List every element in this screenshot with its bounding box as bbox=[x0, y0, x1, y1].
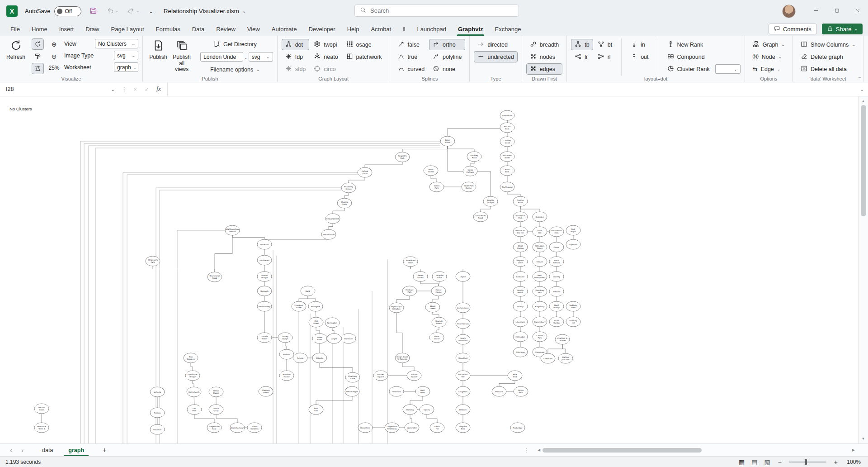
ribbon-button-patchwork[interactable]: patchwork bbox=[343, 51, 386, 62]
minimize-button[interactable] bbox=[806, 0, 826, 22]
publish-format-select[interactable]: svg⌄ bbox=[249, 52, 273, 62]
save-button[interactable] bbox=[89, 6, 98, 17]
ribbon-button-node[interactable]: ⓃNode⌄ bbox=[749, 51, 788, 62]
ribbon-button-show-columns[interactable]: Show Columns⌄ bbox=[797, 39, 859, 50]
scroll-left-icon[interactable]: ◀ bbox=[535, 448, 542, 452]
ribbon-button-tb[interactable]: tb bbox=[571, 39, 593, 50]
ribbon-button-directed[interactable]: directed bbox=[474, 39, 517, 50]
tab-developer[interactable]: Developer bbox=[302, 22, 341, 36]
tab-draw[interactable]: Draw bbox=[80, 22, 105, 36]
ribbon-button-fdp[interactable]: fdp bbox=[282, 51, 310, 62]
ribbon-button-undirected[interactable]: undirected bbox=[474, 51, 517, 62]
tab-data[interactable]: Data bbox=[186, 22, 210, 36]
tab-page-layout[interactable]: Page Layout bbox=[105, 22, 150, 36]
ribbon-button-edge[interactable]: ⇆Edge⌄ bbox=[749, 63, 788, 75]
ribbon-button-neato[interactable]: neato bbox=[310, 51, 341, 62]
ribbon-button-twopi[interactable]: twopi bbox=[310, 39, 341, 50]
ribbon-button-polyline[interactable]: polyline bbox=[429, 51, 465, 62]
ribbon-button-compound[interactable]: Compound bbox=[664, 51, 741, 62]
ribbon-button-graph[interactable]: Graph⌄ bbox=[749, 39, 788, 50]
ribbon-button-osage[interactable]: osage bbox=[343, 39, 386, 50]
refresh-small-icon[interactable] bbox=[32, 38, 44, 50]
tab-acrobat[interactable]: Acrobat bbox=[365, 22, 397, 36]
ribbon-button-refresh[interactable]: Refresh bbox=[4, 38, 28, 75]
scroll-down-icon[interactable]: ▼ bbox=[862, 435, 865, 443]
tab-graphviz[interactable]: Graphviz bbox=[452, 22, 489, 36]
share-button[interactable]: Share ⌄ bbox=[822, 24, 863, 34]
publish-filename-input[interactable]: London Unde bbox=[200, 52, 243, 62]
comments-button[interactable]: Comments bbox=[769, 24, 817, 34]
ribbon-button-publish-all-views[interactable]: Publish all views bbox=[170, 38, 193, 75]
scrollbar-split-handle[interactable]: ⋮ bbox=[522, 447, 532, 453]
ribbon-button-in[interactable]: in bbox=[627, 39, 652, 50]
ribbon-button-curved[interactable]: curved bbox=[394, 63, 429, 75]
ribbon-button-ortho[interactable]: ortho bbox=[429, 39, 465, 50]
ribbon-button-out[interactable]: out bbox=[627, 51, 652, 62]
scroll-right-icon[interactable]: ▶ bbox=[850, 448, 857, 452]
ribbon-collapse-button[interactable]: ⌄ bbox=[855, 73, 864, 80]
confirm-entry-button[interactable]: ✓ bbox=[141, 82, 153, 96]
tab-launchpad[interactable]: Launchpad bbox=[411, 22, 452, 36]
sheet-nav-right[interactable]: › bbox=[17, 447, 28, 453]
name-box[interactable]: I28 ⌄ bbox=[0, 82, 119, 96]
maximize-button[interactable] bbox=[826, 0, 847, 22]
page-layout-view-button[interactable]: ▤ bbox=[751, 458, 757, 466]
zoom-in-icon[interactable]: ⊕ bbox=[48, 38, 60, 50]
ribbon-button-lr[interactable]: lr bbox=[571, 51, 593, 62]
sheet-nav-left[interactable]: ‹ bbox=[5, 447, 17, 453]
tab-help[interactable]: Help bbox=[341, 22, 365, 36]
graph-canvas[interactable]: No Clusters BakerStreetRegent'sParkOxfor… bbox=[0, 96, 868, 443]
ribbon-button-edges[interactable]: edges bbox=[526, 63, 562, 75]
tab-review[interactable]: Review bbox=[210, 22, 241, 36]
horizontal-scrollbar-thumb[interactable] bbox=[542, 448, 702, 453]
roller-icon[interactable] bbox=[32, 51, 44, 62]
zoom-percentage[interactable]: 100% bbox=[845, 459, 861, 465]
page-break-view-button[interactable]: ▧ bbox=[764, 458, 770, 466]
ribbon-button-delete-graph[interactable]: Delete graph bbox=[797, 51, 859, 62]
scroll-up-icon[interactable]: ▲ bbox=[862, 96, 865, 105]
image-type-select[interactable]: svg⌄ bbox=[114, 51, 138, 60]
autosave-toggle[interactable]: Off bbox=[54, 6, 81, 16]
tab-insert[interactable]: Insert bbox=[53, 22, 80, 36]
cancel-entry-button[interactable]: × bbox=[129, 82, 141, 96]
normal-view-button[interactable]: ▦ bbox=[739, 458, 745, 466]
ribbon-button-dot[interactable]: dot bbox=[282, 39, 310, 50]
ribbon-button-none[interactable]: none bbox=[429, 63, 465, 75]
tab-view[interactable]: View bbox=[241, 22, 266, 36]
ribbon-button-true[interactable]: true bbox=[394, 51, 429, 62]
ribbon-button-false[interactable]: false bbox=[394, 39, 429, 50]
ribbon-button-cluster-rank[interactable]: Cluster Rank bbox=[664, 63, 713, 75]
redo-button[interactable]: ⌄ bbox=[127, 6, 141, 17]
ribbon-button-get-directory[interactable]: Get Directory bbox=[210, 38, 260, 50]
close-button[interactable] bbox=[847, 0, 868, 22]
ribbon-button-publish[interactable]: Publish bbox=[147, 38, 170, 75]
tab-automate[interactable]: Automate bbox=[266, 22, 303, 36]
flask-icon[interactable] bbox=[32, 63, 44, 74]
zoom-slider[interactable] bbox=[789, 459, 826, 465]
ribbon-button-delete-all-data[interactable]: Delete all data bbox=[797, 63, 859, 75]
insert-function-button[interactable]: fx bbox=[153, 82, 165, 96]
formula-bar-expand-button[interactable]: ⌄ bbox=[860, 87, 864, 92]
horizontal-scrollbar[interactable]: ◀ ▶ bbox=[535, 448, 857, 453]
zoom-out-icon[interactable]: ⊖ bbox=[48, 51, 60, 62]
tab-home[interactable]: Home bbox=[26, 22, 53, 36]
ribbon-button-new-rank[interactable]: New Rank bbox=[664, 39, 741, 50]
namebox-resize-handle[interactable]: ⋮ bbox=[119, 86, 129, 92]
add-sheet-button[interactable]: + bbox=[99, 445, 110, 455]
sheet-tab-data[interactable]: data bbox=[34, 444, 61, 456]
formula-input[interactable] bbox=[167, 82, 868, 96]
ribbon-button-breadth[interactable]: breadth bbox=[526, 39, 562, 50]
cluster-rank-select[interactable]: ⌄ bbox=[715, 64, 741, 74]
zoom-in-button[interactable]: + bbox=[833, 458, 839, 466]
ribbon-button-sfdp[interactable]: sfdp bbox=[282, 63, 310, 75]
vertical-scrollbar[interactable]: ▲ ▼ bbox=[858, 96, 868, 443]
zoom-level-label[interactable]: 25% bbox=[48, 63, 60, 71]
tab-[interactable]: ‖ bbox=[397, 22, 411, 36]
ribbon-button-rl[interactable]: rl bbox=[594, 51, 616, 62]
view-select[interactable]: No Clusters⌄ bbox=[95, 39, 138, 48]
sheet-tab-graph[interactable]: graph bbox=[61, 444, 92, 456]
quick-access-customize-button[interactable]: ⌄ bbox=[147, 7, 154, 15]
vertical-scrollbar-thumb[interactable] bbox=[861, 105, 866, 216]
ribbon-button-circo[interactable]: circo bbox=[310, 63, 341, 75]
search-input[interactable]: Search bbox=[354, 5, 519, 17]
